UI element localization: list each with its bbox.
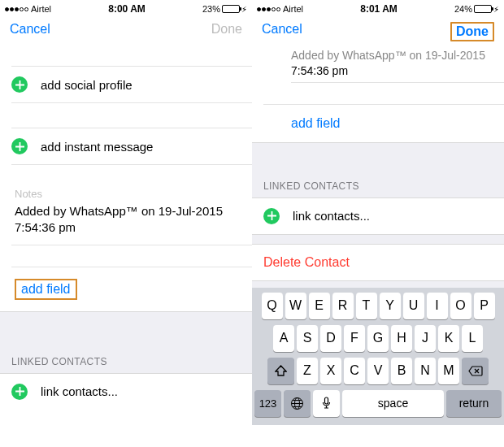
battery-pct: 24% — [454, 4, 472, 14]
keyboard-row-1: QWERTYUIOP — [254, 293, 502, 319]
key-c[interactable]: C — [344, 358, 365, 384]
backspace-key[interactable] — [462, 358, 489, 384]
key-t[interactable]: T — [356, 293, 377, 319]
key-n[interactable]: N — [415, 358, 436, 384]
notes-line2: 7:54:36 pm — [291, 64, 348, 77]
key-v[interactable]: V — [367, 358, 389, 384]
key-d[interactable]: D — [320, 325, 341, 352]
done-button[interactable]: Done — [211, 22, 242, 37]
battery-icon — [222, 5, 240, 13]
link-contacts-row[interactable]: link contacts... — [252, 198, 504, 234]
key-j[interactable]: J — [415, 325, 436, 352]
carrier-label: Airtel — [31, 4, 51, 14]
highlight-annotation: Done — [450, 22, 494, 41]
link-contacts-label: link contacts... — [41, 384, 118, 398]
key-y[interactable]: Y — [380, 293, 401, 319]
link-contacts-row[interactable]: link contacts... — [0, 374, 252, 410]
screen-right: Airtel 8:01 AM 24% ⚡︎ Cancel Done Added … — [252, 0, 504, 447]
key-f[interactable]: F — [344, 325, 365, 352]
numbers-key[interactable]: 123 — [254, 390, 281, 417]
notes-line1: Added by WhatsApp™ on 19-Jul-2015 — [291, 49, 485, 62]
globe-key[interactable] — [284, 390, 311, 417]
return-key[interactable]: return — [446, 390, 502, 417]
screen-left: Airtel 8:00 AM 23% ⚡︎ Cancel Done add so… — [0, 0, 252, 447]
notes-text: Added by WhatsApp™ on 19-Jul-2015 7:54:3… — [15, 203, 237, 237]
shift-key[interactable] — [267, 358, 294, 384]
plus-icon — [11, 384, 28, 400]
charging-icon: ⚡︎ — [241, 5, 247, 14]
key-w[interactable]: W — [285, 293, 306, 319]
add-field-link[interactable]: add field — [291, 116, 341, 130]
add-field-row[interactable]: add field — [252, 105, 504, 142]
key-u[interactable]: U — [403, 293, 424, 319]
link-contacts-label: link contacts... — [293, 209, 370, 223]
key-k[interactable]: K — [438, 325, 459, 352]
key-m[interactable]: M — [438, 358, 459, 384]
key-i[interactable]: I — [427, 293, 448, 319]
key-p[interactable]: P — [474, 293, 495, 319]
delete-contact-label: Delete Contact — [263, 255, 350, 269]
linked-contacts-header: LINKED CONTACTS — [252, 166, 504, 198]
key-q[interactable]: Q — [262, 293, 283, 319]
key-h[interactable]: H — [391, 325, 412, 352]
add-field-link[interactable]: add field — [21, 282, 71, 296]
svg-rect-2 — [325, 397, 328, 404]
battery-pct: 23% — [202, 4, 220, 14]
clock-label: 8:01 AM — [360, 3, 398, 15]
highlight-annotation: add field — [15, 279, 77, 300]
add-instant-message-row[interactable]: add instant message — [0, 128, 252, 164]
delete-contact-row[interactable]: Delete Contact — [252, 245, 504, 280]
done-button[interactable]: Done — [456, 24, 489, 38]
add-social-profile-label: add social profile — [41, 78, 133, 92]
key-g[interactable]: G — [367, 325, 389, 352]
key-a[interactable]: A — [273, 325, 294, 352]
space-key[interactable]: space — [342, 390, 444, 417]
cancel-button[interactable]: Cancel — [262, 22, 302, 41]
nav-bar: Cancel Done — [252, 17, 504, 48]
keyboard-row-4: 123 space return — [254, 390, 502, 417]
status-bar: Airtel 8:01 AM 24% ⚡︎ — [252, 0, 504, 17]
notes-partial: Added by WhatsApp™ on 19-Jul-2015 7:54:3… — [252, 48, 504, 82]
keyboard: QWERTYUIOP ASDFGHJKL ZXCVBNM 123 — [252, 288, 504, 425]
carrier-label: Airtel — [283, 4, 303, 14]
signal-dots-icon — [5, 7, 28, 11]
nav-bar: Cancel Done — [0, 17, 252, 43]
notes-block[interactable]: Notes Added by WhatsApp™ on 19-Jul-2015 … — [0, 181, 252, 245]
key-z[interactable]: Z — [297, 358, 318, 384]
charging-icon: ⚡︎ — [493, 5, 499, 14]
notes-heading: Notes — [15, 188, 237, 200]
add-instant-message-label: add instant message — [41, 140, 153, 154]
key-l[interactable]: L — [462, 325, 483, 352]
key-o[interactable]: O — [450, 293, 471, 319]
key-e[interactable]: E — [309, 293, 330, 319]
keyboard-row-2: ASDFGHJKL — [254, 325, 502, 352]
key-s[interactable]: S — [297, 325, 318, 352]
cancel-button[interactable]: Cancel — [10, 22, 50, 37]
key-x[interactable]: X — [320, 358, 341, 384]
key-r[interactable]: R — [332, 293, 354, 319]
mic-key[interactable] — [313, 390, 340, 417]
signal-dots-icon — [257, 7, 280, 11]
battery-icon — [474, 5, 492, 13]
status-bar: Airtel 8:00 AM 23% ⚡︎ — [0, 0, 252, 17]
key-b[interactable]: B — [391, 358, 412, 384]
keyboard-row-3: ZXCVBNM — [254, 358, 502, 384]
add-field-row[interactable]: add field — [0, 267, 252, 311]
plus-icon — [11, 138, 28, 154]
linked-contacts-header: LINKED CONTACTS — [0, 341, 252, 374]
plus-icon — [11, 76, 28, 93]
plus-icon — [263, 208, 280, 224]
add-social-profile-row[interactable]: add social profile — [0, 67, 252, 102]
clock-label: 8:00 AM — [108, 3, 146, 15]
